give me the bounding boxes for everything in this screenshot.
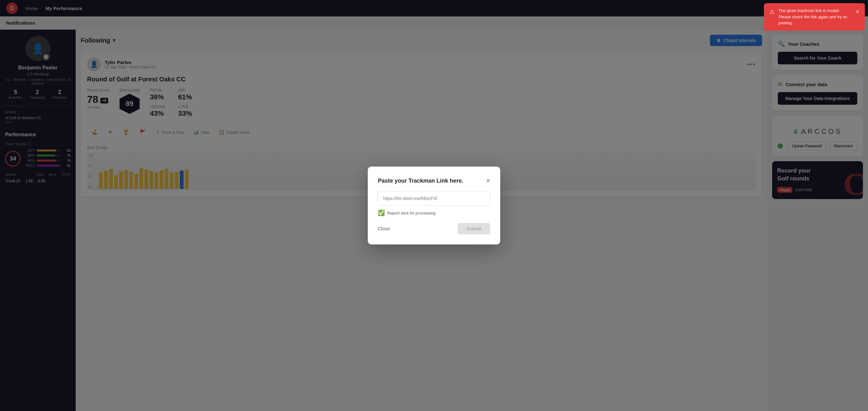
success-text: Report sent for processing: [387, 211, 435, 215]
modal-title: Paste your Trackman Link here.: [378, 178, 463, 184]
modal-success-message: ✅ Report sent for processing: [378, 210, 490, 216]
warning-icon: ⚠: [770, 8, 775, 17]
modal-header: Paste your Trackman Link here. ×: [378, 177, 490, 185]
trackman-modal: Paste your Trackman Link here. × ✅ Repor…: [368, 166, 500, 245]
toast-message: The given trackman link is invalid. Plea…: [778, 7, 852, 26]
trackman-link-input[interactable]: [378, 191, 490, 205]
modal-footer: Close Submit: [378, 223, 490, 234]
check-circle-icon: ✅: [378, 210, 385, 216]
modal-overlay: Paste your Trackman Link here. × ✅ Repor…: [0, 0, 868, 411]
toast-close-button[interactable]: ×: [856, 7, 859, 16]
error-toast: ⚠ The given trackman link is invalid. Pl…: [764, 3, 865, 31]
modal-close-text-button[interactable]: Close: [378, 223, 390, 234]
modal-close-button[interactable]: ×: [486, 177, 490, 185]
modal-submit-button[interactable]: Submit: [458, 223, 490, 234]
